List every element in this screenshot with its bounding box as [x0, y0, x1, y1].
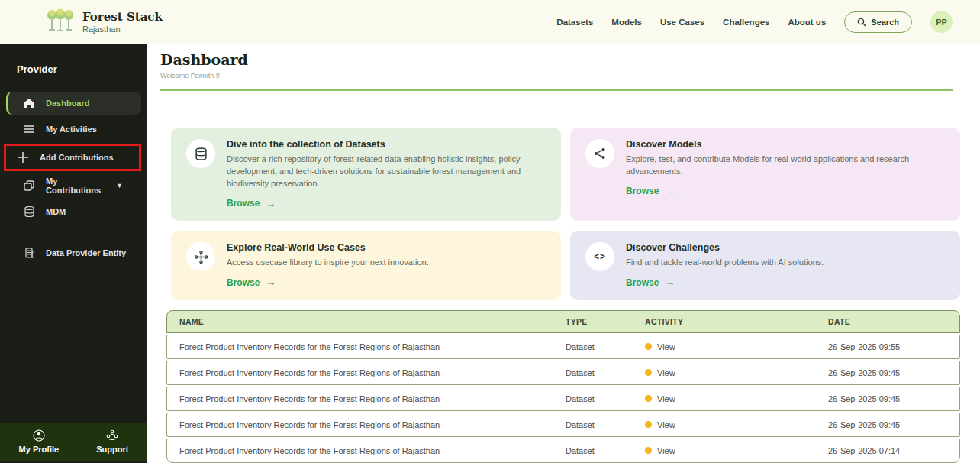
sidebar-item-label: Add Contributions: [40, 153, 114, 162]
cell-date: 26-Sep-2025 09:45: [816, 361, 959, 384]
share-network-icon: [585, 139, 614, 168]
browse-datasets-link[interactable]: Browse →: [227, 198, 276, 209]
activity-label: View: [657, 446, 675, 455]
welcome-text: Welcome Parinith !!: [160, 72, 962, 79]
column-header-activity: ACTIVITY: [633, 311, 816, 332]
search-button[interactable]: Search: [844, 11, 912, 33]
support-label: Support: [96, 445, 128, 454]
sidebar-item-label: My Activities: [46, 125, 97, 134]
sidebar-item-dashboard[interactable]: Dashboard: [6, 92, 141, 115]
brand-subtitle: Rajasthan: [82, 24, 163, 34]
browse-challenges-link[interactable]: Browse →: [626, 277, 675, 288]
home-icon: [23, 97, 35, 109]
chevron-down-icon[interactable]: ▼: [116, 182, 123, 189]
cell-date: 26-Sep-2025 07:14: [816, 439, 959, 462]
table-header-row: NAME TYPE ACTIVITY DATE: [166, 310, 960, 333]
person-circle-icon: [33, 429, 45, 443]
table-row[interactable]: Forest Product Inventory Records for the…: [166, 413, 960, 437]
sidebar-item-data-provider-entity[interactable]: Data Provider Entity: [6, 241, 141, 264]
nav-datasets[interactable]: Datasets: [556, 18, 593, 27]
browse-use-cases-link[interactable]: Browse →: [227, 277, 276, 288]
search-button-label: Search: [871, 18, 899, 27]
cell-type: Dataset: [553, 387, 633, 410]
code-icon: <>: [585, 242, 614, 271]
column-header-date: DATE: [816, 311, 959, 332]
status-dot: [645, 421, 652, 428]
cell-activity: View: [633, 413, 816, 436]
cell-activity: View: [633, 387, 816, 410]
card-title: Discover Models: [626, 139, 945, 150]
card-challenges[interactable]: <> Discover Challenges Find and tackle r…: [570, 231, 960, 299]
logo[interactable]: Forest Stack Rajasthan: [46, 6, 163, 38]
cell-date: 26-Sep-2025 09:45: [816, 387, 959, 410]
browse-label: Browse: [626, 186, 659, 196]
cell-name: Forest Product Inventory Records for the…: [167, 387, 553, 410]
sidebar-item-mdm[interactable]: MDM: [6, 200, 141, 223]
sidebar-nav: Dashboard My Activities Add Contribution…: [0, 92, 147, 264]
cell-activity: View: [633, 439, 816, 462]
table-row[interactable]: Forest Product Inventory Records for the…: [166, 335, 960, 359]
activity-label: View: [657, 420, 675, 429]
table-row[interactable]: Forest Product Inventory Records for the…: [166, 387, 960, 411]
cell-name: Forest Product Inventory Records for the…: [167, 335, 553, 358]
activity-label: View: [657, 342, 675, 351]
activity-table: NAME TYPE ACTIVITY DATE Forest Product I…: [166, 310, 960, 463]
card-use-cases[interactable]: Explore Real-World Use Cases Access usec…: [171, 231, 561, 299]
brand-title: Forest Stack: [82, 10, 163, 24]
cell-date: 26-Sep-2025 09:45: [816, 413, 959, 436]
cell-type: Dataset: [553, 335, 633, 358]
divider: [160, 89, 953, 91]
support-button[interactable]: Support: [96, 429, 128, 454]
forest-stack-logo-icon: [46, 6, 75, 38]
sidebar-item-add-contributions[interactable]: Add Contributions: [6, 146, 139, 169]
column-header-name: NAME: [167, 311, 553, 332]
sidebar-footer: My Profile Support: [0, 423, 147, 461]
browse-models-link[interactable]: Browse →: [626, 186, 675, 197]
activity-label: View: [657, 394, 675, 403]
card-description: Find and tackle real-world problems with…: [626, 257, 824, 269]
browse-label: Browse: [227, 277, 260, 288]
plus-icon: [17, 151, 29, 164]
sidebar-item-my-contributions[interactable]: My Contributions ▼: [6, 174, 141, 197]
card-title: Dive into the collection of Datasets: [227, 139, 546, 150]
activity-label: View: [657, 368, 675, 377]
card-datasets[interactable]: Dive into the collection of Datasets Dis…: [171, 128, 561, 221]
card-description: Discover a rich repository of forest-rel…: [227, 154, 546, 190]
cell-type: Dataset: [553, 413, 633, 436]
nav-use-cases[interactable]: Use Cases: [660, 18, 704, 27]
browse-label: Browse: [626, 277, 659, 288]
arrow-right-icon: →: [665, 186, 675, 197]
arrow-right-icon: →: [266, 277, 276, 288]
feature-cards: Dive into the collection of Datasets Dis…: [171, 128, 960, 300]
nav-about-us[interactable]: About us: [788, 18, 826, 27]
main-content: Dashboard Welcome Parinith !! Dive into …: [147, 44, 980, 463]
list-icon: [23, 123, 35, 135]
nav-challenges[interactable]: Challenges: [723, 18, 769, 27]
annotation-red-box: Add Contributions: [4, 144, 141, 171]
page-title: Dashboard: [160, 51, 962, 68]
table-row[interactable]: Forest Product Inventory Records for the…: [166, 361, 960, 385]
cell-activity: View: [633, 335, 816, 358]
card-models[interactable]: Discover Models Explore, test, and contr…: [570, 128, 960, 221]
card-description: Access usecase library to inspire your n…: [227, 257, 429, 269]
page: Forest Stack Rajasthan Datasets Models U…: [0, 0, 980, 463]
top-nav: Datasets Models Use Cases Challenges Abo…: [556, 11, 953, 33]
arrow-right-icon: →: [665, 277, 675, 288]
arrow-right-icon: →: [266, 198, 276, 209]
cell-type: Dataset: [553, 361, 633, 384]
avatar[interactable]: PP: [930, 11, 953, 33]
table-row[interactable]: Forest Product Inventory Records for the…: [166, 439, 960, 463]
status-dot: [645, 369, 652, 376]
database-icon: [186, 139, 215, 168]
status-dot: [645, 343, 652, 350]
building-icon: [23, 247, 35, 259]
database-icon: [23, 206, 35, 218]
top-header: Forest Stack Rajasthan Datasets Models U…: [0, 0, 980, 44]
my-profile-button[interactable]: My Profile: [19, 429, 60, 454]
sidebar-item-label: My Contributions: [46, 176, 105, 195]
sidebar-item-my-activities[interactable]: My Activities: [6, 118, 141, 141]
cell-type: Dataset: [553, 439, 633, 462]
nav-models[interactable]: Models: [611, 18, 642, 27]
cell-date: 26-Sep-2025 09:55: [816, 335, 959, 358]
copy-icon: [23, 180, 35, 192]
